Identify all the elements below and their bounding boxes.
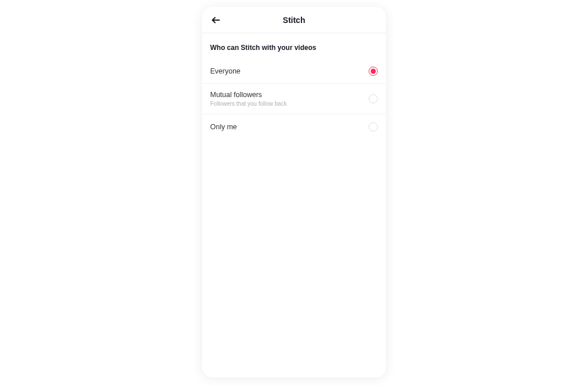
page-title: Stitch (283, 16, 305, 25)
radio-only-me[interactable] (369, 122, 378, 132)
radio-mutual-followers[interactable] (369, 94, 378, 103)
back-arrow-icon (211, 15, 221, 25)
section-title: Who can Stitch with your videos (202, 33, 386, 59)
header: Stitch (202, 7, 386, 33)
back-button[interactable] (209, 13, 223, 27)
option-label: Only me (210, 123, 237, 131)
option-label: Everyone (210, 67, 241, 75)
option-text: Only me (210, 123, 237, 131)
phone-frame: Stitch Who can Stitch with your videos E… (202, 7, 386, 377)
option-only-me[interactable]: Only me (202, 114, 386, 140)
option-text: Everyone (210, 67, 241, 75)
option-mutual-followers[interactable]: Mutual followers Followers that you foll… (202, 84, 386, 114)
option-label: Mutual followers (210, 91, 287, 99)
option-text: Mutual followers Followers that you foll… (210, 91, 287, 107)
radio-everyone[interactable] (369, 67, 378, 76)
option-sublabel: Followers that you follow back (210, 101, 287, 107)
option-everyone[interactable]: Everyone (202, 59, 386, 84)
